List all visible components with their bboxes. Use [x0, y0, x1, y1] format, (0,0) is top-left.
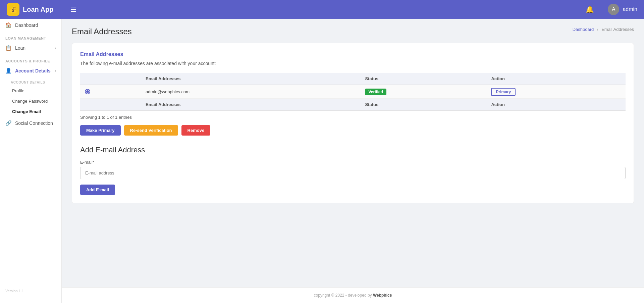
table-header-status: Status [360, 73, 486, 85]
add-email-title: Add E-mail Address [80, 146, 626, 154]
table-row: admin@webphics.com Verified Primary [80, 85, 626, 99]
make-primary-button[interactable]: Make Primary [80, 125, 121, 136]
table-cell-action: Primary [486, 85, 626, 99]
sidebar-loan-label: Loan [15, 45, 25, 51]
sidebar-sub-item-change-email[interactable]: Change Email [0, 106, 61, 117]
account-details-sub-label: ACCOUNT DETAILS [0, 77, 61, 86]
action-buttons: Make Primary Re-send Verification Remove [80, 125, 626, 136]
table-header-hash [80, 73, 141, 85]
table-foot: Email Addresses Status Action [80, 99, 626, 111]
page-title: Email Addresses [72, 27, 132, 36]
dashboard-icon: 🏠 [5, 22, 12, 28]
sidebar-social-label: Social Connection [15, 120, 53, 126]
navbar-right: 🔔 A admin [586, 4, 637, 15]
sidebar-sub-item-profile[interactable]: Profile [0, 86, 61, 96]
sidebar-item-dashboard[interactable]: 🏠 Dashboard [0, 19, 61, 32]
email-addresses-card: Email Addresses The following e-mail add… [72, 43, 634, 203]
email-input[interactable] [80, 167, 626, 179]
table-footer-row: Email Addresses Status Action [80, 99, 626, 111]
account-details-chevron-icon: › [55, 68, 56, 73]
footer-brand: Webphics [373, 293, 392, 298]
user-menu[interactable]: A admin [608, 4, 637, 15]
hamburger-button[interactable]: ☰ [70, 5, 76, 13]
sidebar-item-social-connection[interactable]: 🔗 Social Connection [0, 117, 61, 130]
breadcrumb: Dashboard / Email Addresses [573, 27, 634, 32]
table-footer-email: Email Addresses [141, 99, 360, 111]
table-header-action: Action [486, 73, 626, 85]
sidebar-item-loan[interactable]: 📋 Loan › [0, 42, 61, 54]
breadcrumb-separator: / [597, 27, 598, 32]
card-title: Email Addresses [80, 51, 626, 57]
loan-chevron-icon: › [55, 46, 56, 50]
sidebar-item-account-details[interactable]: 👤 Account Details › [0, 64, 61, 77]
main-content: Email Addresses Dashboard / Email Addres… [62, 19, 644, 303]
footer-text: copyright © 2022 - developed by [314, 293, 373, 298]
footer: copyright © 2022 - developed by Webphics [62, 287, 644, 303]
table-cell-email: admin@webphics.com [141, 85, 360, 99]
navbar-divider [601, 4, 601, 14]
radio-selected-icon[interactable] [85, 89, 90, 94]
logo-icon: 💰 [7, 3, 19, 16]
breadcrumb-current: Email Addresses [601, 27, 634, 32]
account-details-submenu: ACCOUNT DETAILS Profile Change Password … [0, 77, 61, 117]
navbar: 💰 Loan App ☰ 🔔 A admin [0, 0, 644, 19]
avatar: A [608, 4, 619, 15]
brand: 💰 Loan App [7, 3, 67, 16]
resend-verification-button[interactable]: Re-send Verification [124, 125, 178, 136]
showing-text: Showing 1 to 1 of 1 entries [80, 115, 626, 120]
sidebar-dashboard-label: Dashboard [15, 22, 38, 28]
app-title: Loan App [23, 6, 53, 13]
page-header: Email Addresses Dashboard / Email Addres… [72, 27, 634, 36]
content-area: Email Addresses Dashboard / Email Addres… [62, 19, 644, 287]
email-field-label: E-mail* [80, 160, 626, 165]
table-cell-status: Verified [360, 85, 486, 99]
table-body: admin@webphics.com Verified Primary [80, 85, 626, 99]
table-footer-action: Action [486, 99, 626, 111]
add-email-button[interactable]: Add E-mail [80, 185, 115, 195]
loan-icon: 📋 [5, 45, 12, 51]
remove-button[interactable]: Remove [181, 125, 211, 136]
table-header-row: Email Addresses Status Action [80, 73, 626, 85]
table-footer-status: Status [360, 99, 486, 111]
card-subtitle: The following e-mail addresses are assoc… [80, 61, 626, 66]
social-icon: 🔗 [5, 120, 12, 126]
email-table: Email Addresses Status Action admin@webp… [80, 73, 626, 111]
loan-management-section: LOAN MANAGEMENT [0, 32, 61, 42]
primary-badge: Primary [491, 88, 516, 96]
account-details-icon: 👤 [5, 68, 12, 74]
table-header-email: Email Addresses [141, 73, 360, 85]
sidebar: 🏠 Dashboard LOAN MANAGEMENT 📋 Loan › ACC… [0, 19, 62, 303]
accounts-profile-section: ACCOUNTS & PROFILE [0, 54, 61, 64]
user-label: admin [623, 6, 637, 12]
table-cell-radio[interactable] [80, 85, 141, 99]
table-footer-hash [80, 99, 141, 111]
verified-badge: Verified [365, 89, 386, 95]
breadcrumb-dashboard[interactable]: Dashboard [573, 27, 594, 32]
table-head: Email Addresses Status Action [80, 73, 626, 85]
sidebar-sub-item-change-password[interactable]: Change Password [0, 96, 61, 106]
sidebar-account-details-label: Account Details [15, 68, 51, 73]
bell-icon[interactable]: 🔔 [586, 5, 594, 13]
sidebar-version: Version 1.1 [0, 286, 61, 296]
